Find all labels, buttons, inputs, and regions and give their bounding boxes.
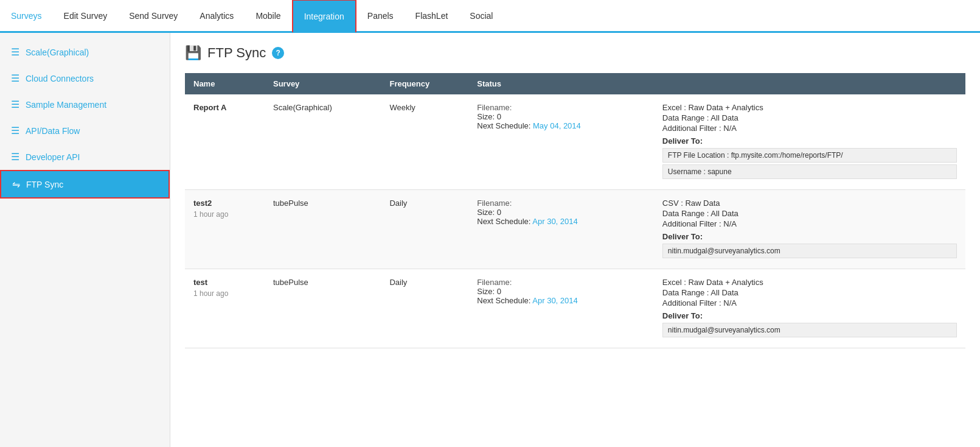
nav-integration[interactable]: Integration bbox=[292, 0, 356, 32]
status-filename: Filename: bbox=[477, 103, 645, 112]
status-filename: Filename: bbox=[477, 199, 645, 208]
deliver-box-1: nitin.mudgal@surveyanalytics.com bbox=[662, 323, 957, 337]
status-date: Apr 30, 2014 bbox=[532, 296, 577, 305]
sidebar-item-scale-graphical[interactable]: ☰ Scale(Graphical) bbox=[0, 39, 170, 65]
cloud-connectors-icon: ☰ bbox=[11, 72, 19, 84]
status-size: Size: 0 bbox=[477, 208, 645, 217]
col-header-details bbox=[654, 73, 965, 94]
table-header: Name Survey Frequency Status bbox=[185, 73, 965, 94]
row-name: test bbox=[193, 278, 256, 287]
cell-status: Filename: Size: 0 Next Schedule: Apr 30,… bbox=[468, 190, 654, 269]
table-row: Report AScale(Graphical)Weekly Filename:… bbox=[185, 94, 965, 190]
detail-format: Excel : Raw Data + Analytics bbox=[662, 103, 957, 112]
api-data-flow-icon: ☰ bbox=[11, 125, 19, 136]
nav-panels[interactable]: Panels bbox=[356, 0, 405, 32]
detail-format: Excel : Raw Data + Analytics bbox=[662, 278, 957, 287]
detail-range: Data Range : All Data bbox=[662, 288, 957, 297]
detail-format: CSV : Raw Data bbox=[662, 199, 957, 208]
sidebar-item-cloud-connectors[interactable]: ☰ Cloud Connectors bbox=[0, 65, 170, 91]
col-header-name: Name bbox=[185, 73, 265, 94]
sidebar-item-api-data-flow[interactable]: ☰ API/Data Flow bbox=[0, 118, 170, 144]
table-row: test1 hour agotubePulseDaily Filename: S… bbox=[185, 269, 965, 348]
cell-details: Excel : Raw Data + Analytics Data Range … bbox=[654, 269, 965, 348]
status-size: Size: 0 bbox=[477, 112, 645, 121]
nav-surveys[interactable]: Surveys bbox=[0, 0, 53, 32]
deliver-to-label: Deliver To: bbox=[662, 311, 957, 320]
row-subtext: 1 hour ago bbox=[193, 289, 256, 298]
sidebar-item-developer-api[interactable]: ☰ Developer API bbox=[0, 144, 170, 170]
cell-status: Filename: Size: 0 Next Schedule: Apr 30,… bbox=[468, 269, 654, 348]
cell-name: test21 hour ago bbox=[185, 190, 265, 269]
sample-management-icon: ☰ bbox=[11, 99, 19, 110]
help-icon[interactable]: ? bbox=[272, 47, 284, 59]
deliver-to-label: Deliver To: bbox=[662, 232, 957, 241]
cell-survey: Scale(Graphical) bbox=[265, 94, 381, 190]
row-subtext: 1 hour ago bbox=[193, 210, 256, 219]
page-title-area: 💾 FTP Sync ? bbox=[185, 45, 965, 61]
nav-send-survey[interactable]: Send Survey bbox=[118, 0, 189, 32]
ftp-sync-icon: ⇋ bbox=[12, 178, 20, 190]
top-navigation: Surveys Edit Survey Send Survey Analytic… bbox=[0, 0, 980, 33]
sidebar-item-label: Cloud Connectors bbox=[26, 74, 94, 83]
scale-graphical-icon: ☰ bbox=[11, 46, 19, 58]
cell-survey: tubePulse bbox=[265, 190, 381, 269]
cell-frequency: Weekly bbox=[381, 94, 468, 190]
cell-frequency: Daily bbox=[381, 269, 468, 348]
cell-frequency: Daily bbox=[381, 190, 468, 269]
sidebar: ☰ Scale(Graphical) ☰ Cloud Connectors ☰ … bbox=[0, 33, 170, 447]
detail-range: Data Range : All Data bbox=[662, 113, 957, 122]
detail-filter: Additional Filter : N/A bbox=[662, 219, 957, 228]
status-filename: Filename: bbox=[477, 278, 645, 287]
deliver-box-1: FTP File Location : ftp.mysite.com:/home… bbox=[662, 148, 957, 163]
cell-details: CSV : Raw Data Data Range : All Data Add… bbox=[654, 190, 965, 269]
sidebar-item-label: FTP Sync bbox=[26, 180, 63, 189]
nav-edit-survey[interactable]: Edit Survey bbox=[53, 0, 119, 32]
main-layout: ☰ Scale(Graphical) ☰ Cloud Connectors ☰ … bbox=[0, 33, 980, 447]
cell-name: Report A bbox=[185, 94, 265, 190]
sidebar-item-sample-management[interactable]: ☰ Sample Management bbox=[0, 91, 170, 118]
nav-flashlet[interactable]: FlashLet bbox=[405, 0, 459, 32]
deliver-to-label: Deliver To: bbox=[662, 136, 957, 146]
main-content: 💾 FTP Sync ? Name Survey Frequency Statu… bbox=[170, 33, 980, 447]
nav-analytics[interactable]: Analytics bbox=[189, 0, 245, 32]
cell-details: Excel : Raw Data + Analytics Data Range … bbox=[654, 94, 965, 190]
sidebar-item-label: Developer API bbox=[26, 152, 80, 162]
developer-api-icon: ☰ bbox=[11, 151, 19, 163]
detail-filter: Additional Filter : N/A bbox=[662, 298, 957, 308]
cell-status: Filename: Size: 0 Next Schedule: May 04,… bbox=[468, 94, 654, 190]
status-next-schedule: Next Schedule: Apr 30, 2014 bbox=[477, 296, 645, 305]
sidebar-item-label: Sample Management bbox=[26, 100, 106, 110]
table-row: test21 hour agotubePulseDaily Filename: … bbox=[185, 190, 965, 269]
detail-filter: Additional Filter : N/A bbox=[662, 124, 957, 133]
status-date: May 04, 2014 bbox=[533, 121, 581, 130]
row-name: Report A bbox=[193, 103, 256, 112]
status-date: Apr 30, 2014 bbox=[532, 217, 577, 226]
nav-social[interactable]: Social bbox=[459, 0, 504, 32]
deliver-box-1: nitin.mudgal@surveyanalytics.com bbox=[662, 244, 957, 258]
detail-range: Data Range : All Data bbox=[662, 209, 957, 218]
deliver-box-2: Username : sapune bbox=[662, 164, 957, 179]
sidebar-item-ftp-sync[interactable]: ⇋ FTP Sync bbox=[0, 170, 170, 199]
col-header-status: Status bbox=[468, 73, 654, 94]
sidebar-item-label: API/Data Flow bbox=[26, 126, 80, 136]
cell-survey: tubePulse bbox=[265, 269, 381, 348]
nav-mobile[interactable]: Mobile bbox=[245, 0, 291, 32]
row-name: test2 bbox=[193, 199, 256, 208]
ftp-sync-table: Name Survey Frequency Status Report ASca… bbox=[185, 73, 965, 348]
status-next-schedule: Next Schedule: Apr 30, 2014 bbox=[477, 217, 645, 226]
col-header-frequency: Frequency bbox=[381, 73, 468, 94]
floppy-disk-icon: 💾 bbox=[185, 45, 201, 61]
status-size: Size: 0 bbox=[477, 287, 645, 296]
cell-name: test1 hour ago bbox=[185, 269, 265, 348]
sidebar-item-label: Scale(Graphical) bbox=[26, 48, 89, 57]
col-header-survey: Survey bbox=[265, 73, 381, 94]
page-title: FTP Sync bbox=[207, 45, 266, 61]
status-next-schedule: Next Schedule: May 04, 2014 bbox=[477, 121, 645, 130]
